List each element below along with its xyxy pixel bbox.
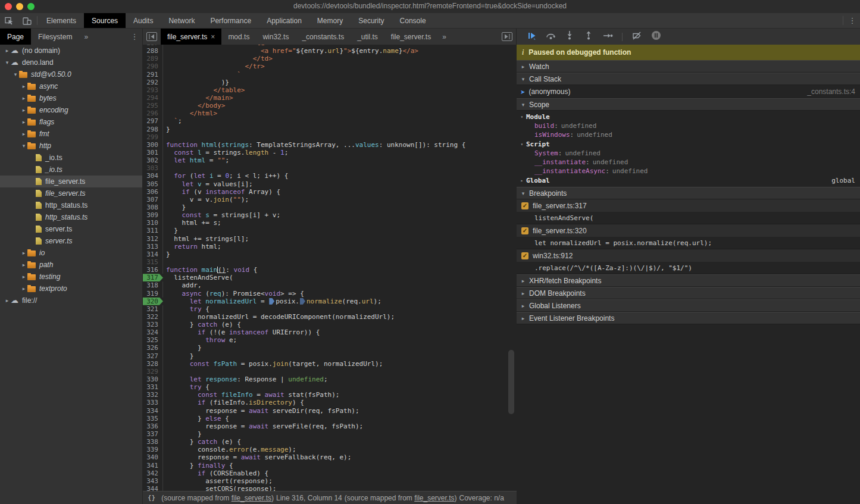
section-xhr-fetch-breakpoints[interactable]: ▸XHR/fetch Breakpoints [517, 274, 860, 287]
hide-navigator-icon[interactable] [146, 32, 157, 41]
scope-property[interactable]: System:undefined [517, 149, 860, 158]
chevron-right-icon[interactable]: ▸ [20, 83, 27, 89]
line-number[interactable]: 293 [143, 86, 163, 94]
code-line-content[interactable]: let v = values[i]; [163, 180, 253, 188]
main-tab-elements[interactable]: Elements [39, 13, 84, 28]
pretty-print-button[interactable]: {} [148, 494, 155, 502]
tree-item-flags[interactable]: ▸flags [0, 116, 142, 128]
line-number[interactable]: 334 [143, 407, 163, 415]
chevron-right-icon[interactable]: ▸ [20, 131, 27, 137]
code-line-content[interactable]: const s = strings[i] + v; [163, 211, 280, 219]
code-line-content[interactable]: } [163, 352, 193, 360]
tree-item-http-status-ts[interactable]: http_status.ts [0, 199, 142, 211]
code-line-content[interactable]: } [163, 344, 202, 352]
main-tab-security[interactable]: Security [351, 13, 392, 28]
code-line-content[interactable]: async (req): Promise<void> => { [163, 290, 304, 298]
chevron-right-icon[interactable]: ▸ [20, 107, 27, 113]
breakpoint-entry[interactable]: ✓win32.ts:912.replace(/^\/*([A-Za-z]:)(\… [517, 249, 860, 274]
chevron-right-icon[interactable]: ▸ [4, 298, 11, 303]
code-line-content[interactable]: </html> [163, 109, 217, 117]
line-number[interactable]: 330 [143, 375, 163, 383]
line-number[interactable]: 315 [143, 258, 163, 266]
breakpoint-entry[interactable]: ✓file_server.ts:320let normalizedUrl = p… [517, 224, 860, 249]
chevron-right-icon[interactable]: ▸ [20, 119, 27, 125]
section-breakpoints[interactable]: ▾Breakpoints [517, 187, 860, 199]
chevron-right-icon[interactable]: ▸ [4, 48, 11, 54]
line-number[interactable]: 322 [143, 313, 163, 321]
code-line-content[interactable]: </table> [163, 86, 245, 94]
code-line-content[interactable]: } catch (e) { [163, 321, 241, 328]
main-tab-application[interactable]: Application [259, 13, 309, 28]
line-number[interactable]: 344 [143, 485, 163, 491]
code-line-content[interactable] [163, 164, 166, 172]
line-number[interactable]: 308 [143, 204, 163, 211]
line-number[interactable]: 309 [143, 211, 163, 219]
tree-item-http[interactable]: ▾http [0, 140, 142, 152]
navigator-menu-kebab-icon[interactable]: ⋮ [127, 29, 142, 45]
code-line-content[interactable]: let html = ""; [163, 156, 229, 164]
line-number[interactable]: 313 [143, 243, 163, 251]
section-call-stack[interactable]: ▾Call Stack [517, 73, 860, 85]
code-line-content[interactable]: </td> [163, 55, 273, 62]
code-line-content[interactable]: for (let i = 0; i < l; i++) { [163, 172, 288, 180]
scope-property[interactable]: __instantiateAsync:undefined [517, 167, 860, 176]
tree-item-http-status-ts[interactable]: http_status.ts [0, 211, 142, 223]
step-out-button[interactable] [581, 31, 596, 43]
code-line-content[interactable]: if (v instanceof Array) { [163, 188, 280, 196]
line-number[interactable]: 301 [143, 149, 163, 156]
code-line-content[interactable]: </tr> [163, 62, 265, 70]
editor-tab-mod-ts[interactable]: mod.ts [221, 29, 256, 45]
code-line-content[interactable]: assert(response); [163, 477, 273, 485]
breakpoint-checkbox[interactable]: ✓ [521, 227, 528, 234]
code-line-content[interactable]: normalizedUrl = decodeURIComponent(norma… [163, 313, 395, 321]
editor-tab-file-server-ts[interactable]: file_server.ts [384, 29, 437, 45]
line-number[interactable]: 305 [143, 180, 163, 188]
line-number[interactable]: 314 [143, 251, 163, 258]
code-line-content[interactable]: } [163, 251, 170, 258]
tree-item-io-ts[interactable]: _io.ts [0, 164, 142, 176]
line-number[interactable]: 307 [143, 196, 163, 204]
line-number[interactable]: 312 [143, 235, 163, 243]
line-number[interactable]: 339 [143, 446, 163, 453]
code-line-content[interactable]: response = await serveDir(req, fsPath); [163, 407, 359, 415]
scope-property[interactable]: build:undefined [517, 121, 860, 130]
line-number[interactable]: 303 [143, 164, 163, 172]
breakpoint-code-preview[interactable]: listenAndServe( [517, 212, 860, 224]
line-number[interactable]: 333 [143, 399, 163, 406]
line-number[interactable]: 325 [143, 336, 163, 344]
tree-item-async[interactable]: ▸async [0, 80, 142, 92]
line-number[interactable]: 338 [143, 438, 163, 446]
line-number[interactable]: 295 [143, 102, 163, 109]
breakpoint-code-preview[interactable]: let normalizedUrl = posix.normalize(req.… [517, 237, 860, 249]
line-number[interactable]: 326 [143, 344, 163, 352]
breakpoint-line-number[interactable]: 320 [143, 298, 163, 305]
main-tab-performance[interactable]: Performance [202, 13, 259, 28]
code-line-content[interactable]: return html; [163, 243, 221, 251]
code-line-content[interactable]: `; [163, 117, 182, 125]
line-number[interactable]: 331 [143, 383, 163, 391]
code-line-content[interactable]: </body> [163, 102, 225, 109]
line-number[interactable]: 294 [143, 94, 163, 102]
main-tab-sources[interactable]: Sources [84, 13, 126, 28]
line-number[interactable]: 300 [143, 141, 163, 149]
code-line-content[interactable]: try { [163, 383, 209, 391]
code-line-content[interactable]: </main> [163, 94, 233, 102]
line-number[interactable]: 343 [143, 477, 163, 485]
editor-more-tabs-button[interactable]: » [437, 29, 451, 45]
scope-group-script[interactable]: ▾Script [517, 139, 860, 149]
deactivate-breakpoints-button[interactable] [629, 31, 645, 43]
breakpoint-code-preview[interactable]: .replace(/^\/*([A-Za-z]:)(\/|$)/, "$1/") [517, 262, 860, 274]
main-tab-audits[interactable]: Audits [126, 13, 161, 28]
line-number[interactable]: 319 [143, 290, 163, 298]
tree-item-file-server-ts[interactable]: file_server.ts [0, 187, 142, 199]
pause-on-exceptions-button[interactable] [648, 31, 664, 43]
navigator-tab-filesystem[interactable]: Filesystem [31, 29, 79, 45]
editor-scrollbar-thumb[interactable] [508, 350, 514, 414]
step-button[interactable] [600, 31, 615, 43]
chevron-down-icon[interactable]: ▾ [12, 71, 19, 77]
code-line-content[interactable]: html += s; [163, 219, 221, 227]
code-line-content[interactable]: function html(strings: TemplateStringsAr… [163, 141, 465, 149]
code-line-content[interactable]: const l = strings.length - 1; [163, 149, 288, 156]
code-line-content[interactable]: const fileInfo = await stat(fsPath); [163, 391, 339, 399]
source-editor[interactable]: 287 <td>288 <a href="${entry.url}">${ent… [143, 45, 517, 504]
